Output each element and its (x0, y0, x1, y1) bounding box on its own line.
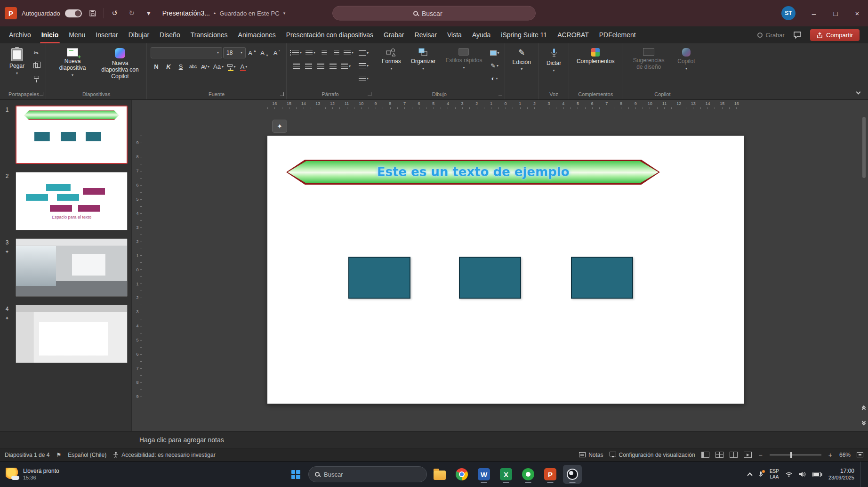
next-slide-button[interactable] (860, 418, 867, 427)
increase-font-button[interactable]: A▲ (247, 48, 258, 58)
ribbon-tab[interactable]: PDFelement (594, 26, 641, 43)
format-painter-button[interactable] (31, 73, 42, 84)
customize-toolbar-caret-icon[interactable]: ▾ (143, 7, 155, 19)
align-right-button[interactable] (315, 61, 326, 72)
zoom-in-button[interactable]: + (828, 451, 833, 459)
align-left-button[interactable] (290, 61, 302, 72)
clear-formatting-button[interactable]: A× (271, 48, 282, 58)
paste-button[interactable]: Pegar ▾ (6, 46, 28, 78)
new-slide-button[interactable]: Nueva diapositiva ▾ (50, 46, 95, 80)
start-button[interactable] (286, 465, 305, 484)
slide-preview-box[interactable]: Espacio para el texto (16, 172, 128, 230)
dictate-button[interactable]: Dictar ▾ (543, 46, 565, 75)
convert-smartart-button[interactable]: ▾ (357, 73, 370, 84)
weather-widget[interactable]: Lloverá pronto 15:36 (0, 468, 59, 481)
vertical-scrollbar[interactable] (860, 110, 868, 431)
font-name-select[interactable]: ▾ (151, 47, 222, 58)
ribbon-tab[interactable]: Dibujar (123, 26, 154, 43)
ribbon-tab[interactable]: Revisar (410, 26, 442, 43)
view-reading-button[interactable] (730, 452, 738, 458)
undo-icon[interactable]: ↺ (109, 7, 121, 19)
addins-button[interactable]: Complementos (573, 46, 618, 67)
show-desktop-button[interactable] (860, 462, 863, 487)
new-slide-copilot-button[interactable]: Nueva diapositiva con Copilot (97, 46, 143, 82)
slide-preview-box[interactable] (16, 305, 128, 363)
teal-rectangle-3[interactable] (571, 257, 633, 299)
cut-button[interactable]: ✂ (31, 48, 42, 58)
maximize-button[interactable]: □ (825, 0, 846, 26)
justify-button[interactable] (327, 61, 338, 72)
battery-icon[interactable] (812, 472, 822, 477)
ribbon-tab[interactable]: Transiciones (185, 26, 233, 43)
text-direction-button[interactable]: ▾ (357, 48, 370, 58)
redo-icon[interactable]: ↻ (126, 7, 138, 19)
dialog-launcher-icon[interactable] (280, 92, 284, 96)
arrange-button[interactable]: Organizar ▾ (407, 46, 440, 73)
columns-button[interactable]: ▾ (339, 61, 352, 72)
volume-icon[interactable] (799, 471, 806, 477)
ribbon-tab[interactable]: ACROBAT (552, 26, 594, 43)
spellcheck-flag-icon[interactable]: ⚑ (56, 452, 61, 458)
close-button[interactable]: × (846, 0, 868, 26)
teal-rectangle-2[interactable] (459, 257, 521, 299)
file-explorer-icon[interactable] (430, 465, 449, 484)
shape-effects-button[interactable]: ◐▾ (489, 73, 501, 84)
teal-rectangle-1[interactable] (348, 257, 410, 299)
language-indicator[interactable]: ESP LAA (770, 469, 779, 480)
slide-thumbnail[interactable]: 2 ✦ Espacio para el texto (1, 172, 128, 230)
autosave-toggle[interactable] (65, 9, 82, 17)
banner-shape[interactable]: Este es un texto de ejemplo (286, 160, 660, 185)
ribbon-tab[interactable]: iSpring Suite 11 (496, 26, 552, 43)
tray-chevron-icon[interactable] (747, 472, 752, 478)
ribbon-tab[interactable]: Animaciones (233, 26, 281, 43)
slide-canvas[interactable]: ✦ Este es un texto de ejemplo (143, 110, 868, 431)
word-icon[interactable]: W (474, 465, 493, 484)
slide[interactable]: Este es un texto de ejemplo (267, 136, 744, 404)
align-center-button[interactable] (303, 61, 314, 72)
slide-preview-box[interactable] (16, 238, 128, 297)
taskbar-search[interactable] (308, 466, 427, 482)
ribbon-tab[interactable]: Insertar (90, 26, 123, 43)
quick-styles-button[interactable]: Estilos rápidos ▾ (442, 46, 486, 72)
comments-icon[interactable] (790, 29, 804, 41)
ribbon-tab[interactable]: Diseño (154, 26, 185, 43)
share-button[interactable]: Compartir (810, 29, 860, 41)
notes-placeholder[interactable]: Haga clic para agregar notas (139, 436, 224, 444)
dialog-launcher-icon[interactable] (498, 92, 502, 96)
underline-button[interactable]: S (175, 61, 186, 72)
slide-preview-box[interactable] (16, 106, 128, 164)
shapes-button[interactable]: Formas ▾ (378, 46, 405, 73)
ribbon-tab[interactable]: Ayuda (467, 26, 496, 43)
zoom-slider-thumb[interactable] (790, 452, 792, 458)
line-spacing-button[interactable]: ▾ (342, 47, 355, 58)
powerpoint-logo-icon[interactable]: P (5, 7, 17, 19)
dialog-launcher-icon[interactable] (40, 92, 43, 96)
editing-button[interactable]: ✎ Edición ▾ (509, 46, 535, 73)
slide-thumbnail[interactable]: 1 ✦ (1, 106, 128, 164)
strikethrough-button[interactable]: abc (187, 61, 199, 72)
collapse-ribbon-button[interactable] (854, 90, 862, 97)
shape-outline-button[interactable]: ✎▾ (489, 60, 501, 71)
view-slide-sorter-button[interactable] (715, 452, 723, 458)
ribbon-tab[interactable]: Menu (64, 26, 90, 43)
powerpoint-icon[interactable]: P (541, 465, 560, 484)
font-size-select[interactable]: 18▾ (223, 47, 246, 58)
bold-button[interactable]: N (151, 61, 162, 72)
change-case-button[interactable]: Aa▾ (212, 61, 225, 72)
wifi-icon[interactable] (785, 471, 793, 477)
vertical-ruler[interactable]: 9876543210123456789 (132, 110, 143, 431)
microphone-tray-icon[interactable] (758, 471, 764, 478)
banner-text[interactable]: Este es un texto de ejemplo (377, 165, 570, 179)
decrease-indent-button[interactable] (318, 47, 329, 58)
obs-icon[interactable] (563, 465, 582, 484)
fit-slide-button[interactable] (857, 452, 863, 457)
document-title[interactable]: Presentación3... • Guardado en Este PC ▾ (162, 9, 285, 17)
align-text-button[interactable]: ▾ (357, 60, 370, 71)
zoom-out-button[interactable]: − (758, 451, 764, 459)
zoom-slider[interactable] (770, 455, 821, 455)
increase-indent-button[interactable] (330, 47, 341, 58)
previous-slide-button[interactable] (860, 404, 867, 413)
italic-button[interactable]: K (163, 61, 174, 72)
language-status[interactable]: Español (Chile) (68, 452, 106, 458)
clock[interactable]: 17:00 23/09/2025 (828, 468, 854, 481)
